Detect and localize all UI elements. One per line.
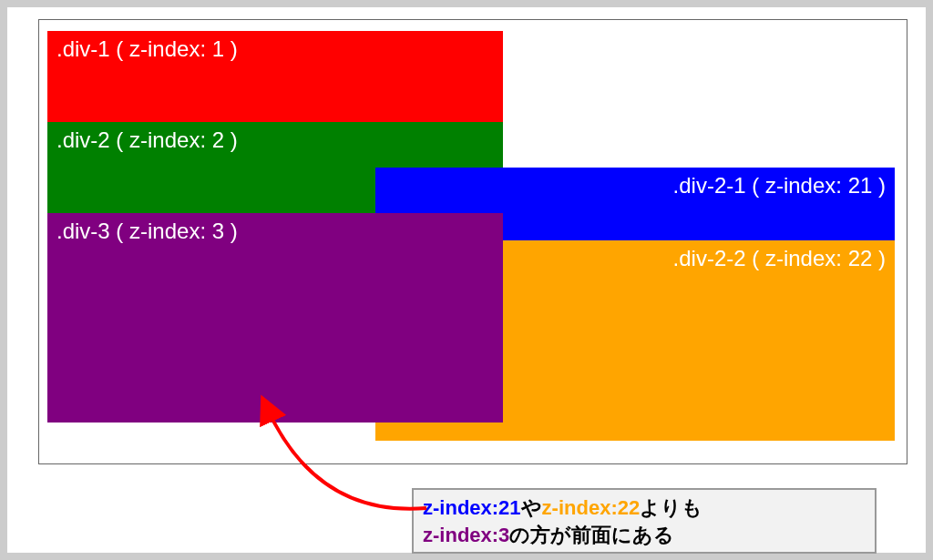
div-3-box: .div-3 ( z-index: 3 ) xyxy=(47,213,503,423)
callout-part-2: や xyxy=(521,496,542,519)
callout-part-1: z-index:21 xyxy=(423,496,521,519)
callout-box: z-index:21やz-index:22よりも z-index:3の方が前面に… xyxy=(412,488,877,554)
div-3-label: .div-3 ( z-index: 3 ) xyxy=(56,219,238,243)
div-2-box: .div-2 ( z-index: 2 ) .div-2-1 ( z-index… xyxy=(47,122,503,213)
callout-part-5: z-index:3 xyxy=(423,524,509,546)
div-2-1-label: .div-2-1 ( z-index: 21 ) xyxy=(673,173,886,198)
canvas: .div-1 ( z-index: 1 ) .div-2 ( z-index: … xyxy=(7,7,926,553)
div-2-2-label: .div-2-2 ( z-index: 22 ) xyxy=(673,246,886,270)
div-1-box: .div-1 ( z-index: 1 ) xyxy=(47,31,503,122)
callout-part-6: の方が前面にある xyxy=(509,524,674,546)
div-1-label: .div-1 ( z-index: 1 ) xyxy=(56,36,238,61)
div-2-label: .div-2 ( z-index: 2 ) xyxy=(56,127,238,152)
callout-part-3: z-index:22 xyxy=(542,496,641,519)
callout-part-4: よりも xyxy=(640,496,702,519)
